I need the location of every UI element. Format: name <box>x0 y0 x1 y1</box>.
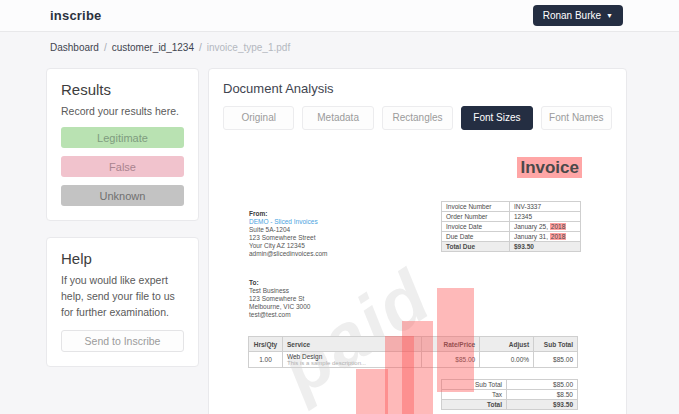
invoice-preview: paid Invoice From: DEMO - Sliced Invoice… <box>223 140 612 408</box>
to-line: Test Business <box>249 287 310 295</box>
font-size-rectangle <box>356 369 388 414</box>
item-adjust: 0.00% <box>480 352 534 368</box>
breadcrumb-dashboard[interactable]: Dashboard <box>50 42 99 53</box>
breadcrumb-current-file: invoice_type_1.pdf <box>207 42 290 53</box>
help-card: Help If you would like expert help, send… <box>46 237 199 367</box>
invoice-from-block: From: DEMO - Sliced Invoices Suite 5A-12… <box>249 210 328 258</box>
user-name: Ronan Burke <box>543 10 601 21</box>
detail-value: 12345 <box>510 212 581 222</box>
total-value: $8.50 <box>507 390 578 400</box>
breadcrumb-customer[interactable]: customer_id_1234 <box>112 42 194 53</box>
total-value: $93.50 <box>507 400 578 410</box>
breadcrumb: Dashboard / customer_id_1234 / invoice_t… <box>50 42 629 53</box>
col-header: Sub Total <box>534 337 578 352</box>
invoice-title-highlighted: Invoice <box>517 157 582 178</box>
tab-original[interactable]: Original <box>223 106 294 130</box>
col-header: Hrs/Qty <box>249 337 283 352</box>
from-line: Suite 5A-1204 <box>249 226 328 234</box>
document-analysis-card: Document Analysis Original Metadata Rect… <box>208 68 627 414</box>
item-subtotal: $85.00 <box>534 352 578 368</box>
top-navbar: inscribe Ronan Burke ▼ <box>0 0 679 32</box>
tab-metadata[interactable]: Metadata <box>302 106 373 130</box>
breadcrumb-separator: / <box>199 42 202 53</box>
total-label: Total <box>442 400 507 410</box>
to-line: 123 Somewhere St <box>249 295 310 303</box>
to-label: To: <box>249 279 310 287</box>
total-value: $85.00 <box>507 380 578 390</box>
sidebar: Results Record your results here. Legiti… <box>46 68 199 367</box>
detail-label: Due Date <box>442 232 510 242</box>
chevron-down-icon: ▼ <box>606 12 613 19</box>
tab-font-sizes[interactable]: Font Sizes <box>461 106 532 130</box>
detail-value: January 25, 2018 <box>510 222 581 232</box>
font-size-rectangle <box>437 288 474 392</box>
from-label: From: <box>249 210 328 218</box>
detail-value: January 31, 2018 <box>510 232 581 242</box>
results-title: Results <box>61 81 184 98</box>
from-company-link: DEMO - Sliced Invoices <box>249 218 328 226</box>
font-size-rectangle <box>402 321 433 414</box>
table-row: Order Number 12345 <box>442 212 581 222</box>
highlighted-year: 2018 <box>550 223 566 230</box>
detail-label: Order Number <box>442 212 510 222</box>
to-line: test@test.com <box>249 311 310 319</box>
from-line: 123 Somewhere Street <box>249 234 328 242</box>
table-row: Due Date January 31, 2018 <box>442 232 581 242</box>
tab-font-names[interactable]: Font Names <box>541 106 612 130</box>
legitimate-button[interactable]: Legitimate <box>61 127 184 148</box>
results-card: Results Record your results here. Legiti… <box>46 68 199 221</box>
content-area: Results Record your results here. Legiti… <box>0 68 679 414</box>
highlighted-year: 2018 <box>550 233 566 240</box>
detail-label: Total Due <box>442 242 510 252</box>
item-qty: 1.00 <box>249 352 283 368</box>
user-menu-button[interactable]: Ronan Burke ▼ <box>533 5 623 26</box>
page-title: Document Analysis <box>223 81 612 96</box>
from-line: admin@slicedinvoices.com <box>249 250 328 258</box>
unknown-button[interactable]: Unknown <box>61 185 184 206</box>
detail-label: Invoice Number <box>442 202 510 212</box>
detail-value: INV-3337 <box>510 202 581 212</box>
table-row: Invoice Number INV-3337 <box>442 202 581 212</box>
table-row: Invoice Date January 25, 2018 <box>442 222 581 232</box>
detail-label: Invoice Date <box>442 222 510 232</box>
col-header: Adjust <box>480 337 534 352</box>
tab-rectangles[interactable]: Rectangles <box>382 106 453 130</box>
to-line: Melbourne, VIC 3000 <box>249 303 310 311</box>
total-due-row: Total Due $93.50 <box>442 242 581 252</box>
analysis-tabs: Original Metadata Rectangles Font Sizes … <box>223 106 612 130</box>
app-logo[interactable]: inscribe <box>50 8 101 23</box>
invoice-to-block: To: Test Business 123 Somewhere St Melbo… <box>249 279 310 319</box>
results-subtitle: Record your results here. <box>61 104 184 119</box>
help-body-text: If you would like expert help, send your… <box>61 273 184 320</box>
send-to-inscribe-button[interactable]: Send to Inscribe <box>61 330 184 352</box>
grand-total-row: Total $93.50 <box>442 400 578 410</box>
detail-value: $93.50 <box>510 242 581 252</box>
false-button[interactable]: False <box>61 156 184 177</box>
invoice-details-table: Invoice Number INV-3337 Order Number 123… <box>441 201 581 252</box>
help-title: Help <box>61 250 184 267</box>
breadcrumb-separator: / <box>104 42 107 53</box>
from-line: Your City AZ 12345 <box>249 242 328 250</box>
